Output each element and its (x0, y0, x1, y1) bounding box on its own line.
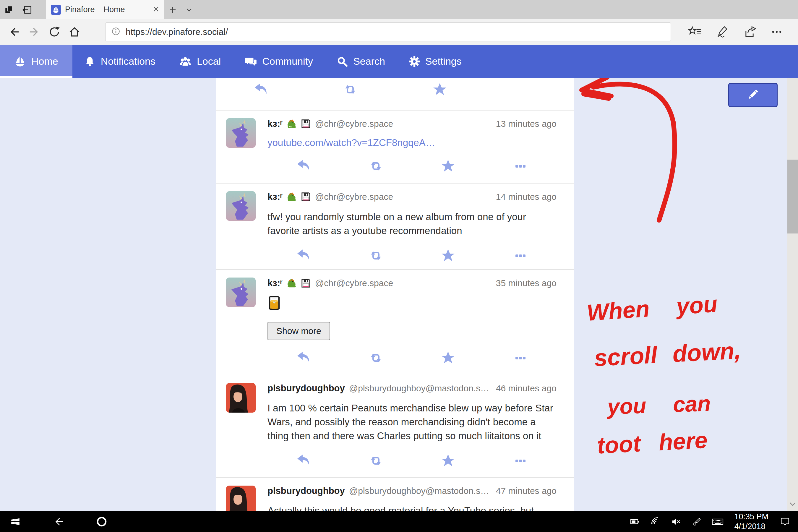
touch-keyboard-icon[interactable] (711, 514, 724, 529)
speech-bubbles-icon (244, 56, 257, 67)
toot: kз:ʳ @chr@cybre.space 35 minutes ago Sho… (216, 269, 574, 375)
action-center-icon[interactable] (779, 514, 792, 529)
nav-item-settings[interactable]: Settings (397, 45, 474, 78)
favorite-star-icon[interactable] (440, 350, 456, 366)
browser-tab[interactable]: Pinafore – Home (46, 0, 164, 19)
pinafore-home-timeline-page: kз:ʳ @chr@cybre.space 13 minutes ago you… (0, 78, 798, 511)
toot-timestamp[interactable]: 47 minutes ago (496, 486, 556, 496)
nav-label: Community (262, 56, 313, 67)
address-bar[interactable]: https://dev.pinafore.social/ (105, 22, 671, 41)
site-info-icon[interactable] (111, 26, 121, 38)
annotation-line: When you (586, 290, 718, 327)
toot-timestamp[interactable]: 46 minutes ago (496, 383, 556, 393)
reply-icon[interactable] (253, 82, 269, 97)
reply-icon[interactable] (296, 158, 311, 174)
boost-icon[interactable] (368, 453, 384, 469)
toot-author-name[interactable]: kз:ʳ (267, 118, 283, 129)
toot-timestamp[interactable]: 14 minutes ago (496, 192, 556, 202)
toot-more-icon[interactable] (513, 453, 528, 469)
compose-toot-button[interactable] (728, 83, 778, 107)
toot-author-name[interactable]: plsburydoughboy (267, 383, 345, 394)
annotation-line: scroll down, (593, 337, 742, 372)
toot-author-name[interactable]: kз:ʳ (267, 191, 283, 202)
nav-item-local[interactable]: Local (167, 45, 233, 78)
boost-icon[interactable] (343, 82, 358, 97)
avatar-dragon[interactable] (226, 191, 256, 221)
bell-icon (84, 56, 95, 67)
favorite-star-icon[interactable] (440, 158, 456, 174)
toot-author-handle[interactable]: @plsburydoughboy@mastodon.s… (349, 486, 490, 496)
boost-icon[interactable] (368, 350, 384, 366)
taskbar-clock[interactable]: 10:35 PM 4/1/2018 (734, 512, 768, 531)
toot-link[interactable]: youtube.com/watch?v=1ZCF8ngqeA… (267, 137, 435, 148)
floppy-disk-emoji (301, 192, 311, 202)
forward-button[interactable] (24, 22, 44, 42)
more-options-icon[interactable] (767, 22, 787, 42)
reply-icon[interactable] (296, 453, 311, 469)
nav-item-home[interactable]: Home (0, 45, 72, 78)
nav-item-notifications[interactable]: Notifications (72, 45, 167, 78)
page-scrollbar[interactable] (787, 78, 798, 511)
battery-icon[interactable] (628, 514, 641, 529)
share-icon[interactable] (740, 22, 760, 42)
tab-close-icon[interactable] (152, 6, 159, 14)
annotation-line: toot here (596, 426, 708, 459)
favorite-star-icon[interactable] (432, 82, 448, 97)
nav-label: Home (31, 56, 58, 67)
toot-more-icon[interactable] (513, 158, 528, 174)
start-button[interactable] (8, 514, 23, 529)
floppy-disk-emoji (301, 119, 311, 129)
nav-label: Settings (425, 56, 462, 67)
pen-icon[interactable] (690, 514, 703, 529)
nav-label: Notifications (101, 56, 155, 67)
tab-preview-icon[interactable] (4, 5, 14, 15)
nav-item-search[interactable]: Search (325, 45, 397, 78)
avatar-dragon[interactable] (226, 118, 256, 148)
cortana-button[interactable] (94, 514, 109, 529)
toot-more-icon[interactable] (513, 248, 528, 263)
browser-toolbar: https://dev.pinafore.social/ (0, 19, 798, 45)
volume-muted-icon[interactable] (670, 514, 683, 529)
boost-icon[interactable] (368, 158, 384, 174)
taskbar-back-button[interactable] (51, 514, 66, 529)
toot-author-name[interactable]: kз:ʳ (267, 278, 283, 288)
pinafore-favicon (51, 5, 61, 15)
browser-tab-bar: Pinafore – Home (0, 0, 798, 19)
avatar-person[interactable] (226, 383, 256, 413)
toot-text: I am 100 % certain Peanuts merchandise b… (267, 401, 556, 443)
favorites-hub-icon[interactable] (685, 22, 705, 42)
reply-icon[interactable] (296, 248, 311, 263)
boost-icon[interactable] (368, 248, 384, 263)
toot-author-handle[interactable]: @chr@cybre.space (315, 278, 393, 288)
nav-label: Local (197, 56, 221, 67)
toot-author-handle[interactable]: @chr@cybre.space (315, 192, 393, 202)
scrollbar-down-arrow-icon[interactable] (788, 501, 797, 508)
url-text[interactable]: https://dev.pinafore.social/ (126, 27, 228, 37)
toot: plsburydoughboy @plsburydoughboy@mastodo… (216, 375, 574, 477)
show-more-button[interactable]: Show more (267, 322, 330, 340)
annotation-line: you can (607, 391, 711, 419)
wifi-icon[interactable] (649, 514, 662, 529)
toot-more-icon[interactable] (513, 350, 528, 366)
toot-author-handle[interactable]: @plsburydoughboy@mastodon.s… (349, 383, 490, 393)
avatar-dragon[interactable] (226, 278, 256, 307)
clock-time: 10:35 PM (734, 512, 768, 522)
home-button[interactable] (64, 22, 84, 42)
nav-item-community[interactable]: Community (233, 45, 325, 78)
scrollbar-thumb[interactable] (787, 159, 798, 233)
tab-list-chevron-icon[interactable] (181, 0, 197, 19)
toot-author-name[interactable]: plsburydoughboy (267, 486, 345, 496)
new-tab-button[interactable] (164, 0, 181, 19)
toot: kз:ʳ @chr@cybre.space 14 minutes ago tfw… (216, 183, 574, 269)
toot-timestamp[interactable]: 13 minutes ago (496, 119, 556, 129)
favorite-star-icon[interactable] (440, 453, 456, 469)
favorite-star-icon[interactable] (440, 248, 456, 263)
refresh-button[interactable] (44, 22, 64, 42)
back-button[interactable] (4, 22, 24, 42)
web-note-pen-icon[interactable] (712, 22, 733, 42)
toot-timestamp[interactable]: 35 minutes ago (496, 278, 556, 288)
reply-icon[interactable] (296, 350, 311, 366)
set-tabs-aside-icon[interactable] (22, 5, 33, 15)
avatar-person[interactable] (226, 486, 256, 511)
toot-author-handle[interactable]: @chr@cybre.space (315, 119, 393, 129)
